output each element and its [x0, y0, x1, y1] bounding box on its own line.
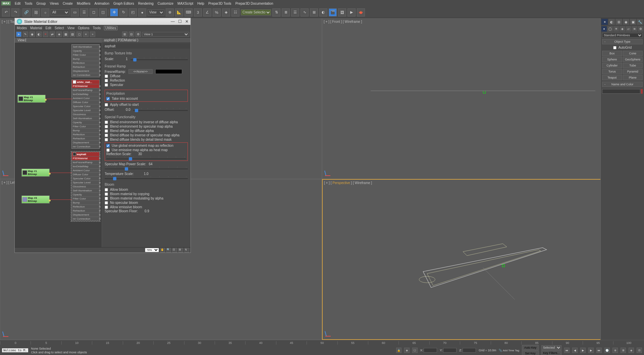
spec-power-slider[interactable] — [105, 169, 188, 169]
keyboard-shortcut-button[interactable]: ⌨ — [184, 8, 193, 16]
create-tab[interactable]: ✦ — [601, 19, 608, 25]
unlink-button[interactable]: ⛓ — [32, 8, 40, 16]
lights-subtab[interactable]: ☀ — [613, 26, 619, 32]
goto-end-button[interactable]: ⏭ — [596, 348, 602, 353]
reflection-scale-slider[interactable] — [106, 159, 186, 159]
ref-coord-button[interactable]: ● — [138, 8, 146, 16]
move-icon[interactable]: ⇄ — [50, 32, 55, 37]
bitmap-node-2[interactable]: Map #1Bitmap — [21, 169, 50, 177]
sphere-button[interactable]: Sphere — [602, 57, 622, 62]
view-tab[interactable]: View1 — [15, 38, 102, 43]
geosphere-button[interactable]: GeoSphere — [623, 57, 643, 62]
curve-editor-button[interactable]: ∿ — [301, 8, 309, 16]
edged-faces-button[interactable]: ☷ — [231, 8, 239, 16]
nav-icon[interactable]: ↯ — [184, 248, 189, 253]
name-color-rollout[interactable]: Name and Color — [602, 82, 643, 87]
teapot-button[interactable]: Teapot — [602, 75, 622, 80]
cylinder-button[interactable]: Cylinder — [602, 63, 622, 68]
material-node[interactable]: Self-Illumination Opacity Filter Color B… — [71, 44, 100, 77]
menu-tools[interactable]: Tools — [24, 2, 32, 5]
menu-p3d-docs[interactable]: Prepar3D Documentation — [235, 2, 273, 5]
grid-icon[interactable]: ▦ — [63, 32, 68, 37]
nav-icon[interactable]: ◈ — [629, 348, 634, 353]
viewport-persp-label[interactable]: [ + ] [ Perspective ] [ Wireframe ] — [324, 181, 372, 185]
viewport-front[interactable]: [ + ] [ Front ] [ Wireframe ] — [322, 18, 644, 179]
key-filters-button[interactable]: Key Filters... — [541, 350, 561, 355]
selection-filter-dropdown[interactable]: All — [51, 9, 69, 15]
menu-group[interactable]: Group — [37, 2, 46, 5]
modify-tab[interactable]: ◐ — [608, 19, 615, 25]
x-input[interactable] — [424, 348, 437, 353]
material-name-field[interactable]: asphalt — [103, 44, 190, 49]
iso-icon[interactable]: ◈ — [404, 348, 410, 353]
slate-menu-options[interactable]: Options — [78, 26, 89, 30]
key-mode-dropdown[interactable]: Selected — [541, 345, 561, 350]
take-account-checkbox[interactable] — [106, 97, 110, 100]
shapes-subtab[interactable]: ◯ — [607, 26, 613, 32]
render-button[interactable]: ▶ — [347, 8, 356, 16]
menu-animation[interactable]: Animation — [94, 2, 109, 5]
blend-env-spec-checkbox[interactable] — [105, 125, 108, 128]
menu-help[interactable]: Help — [197, 2, 204, 5]
material-editor-button[interactable]: ◐ — [319, 8, 327, 16]
motion-tab[interactable]: ◉ — [623, 19, 629, 25]
link-button[interactable]: 🔗 — [22, 8, 31, 16]
nav-icon[interactable]: ⊞ — [178, 248, 183, 253]
delete-icon[interactable]: ✕ — [43, 32, 48, 37]
menu-customize[interactable]: Customize — [158, 2, 173, 5]
named-selection-dropdown[interactable]: Create Selection Se — [241, 9, 271, 15]
torus-button[interactable]: Torus — [602, 69, 622, 74]
manipulate-button[interactable]: 📐 — [175, 8, 183, 16]
script-listener[interactable]: Welcome to M. — [2, 348, 28, 352]
slate-menu-utilities[interactable]: Utilities — [104, 26, 117, 30]
primitive-category-dropdown[interactable]: Standard Primitives — [602, 33, 643, 38]
fresnel-ramp-button[interactable]: <<None>> — [128, 69, 153, 74]
eyedrop-icon[interactable]: ✎ — [23, 32, 28, 37]
display-tab[interactable]: ▣ — [630, 19, 636, 25]
auto-key-button[interactable]: Auto Key — [522, 345, 539, 350]
space-warps-subtab[interactable]: ≋ — [632, 26, 637, 32]
rotate-button[interactable]: ↻ — [119, 8, 127, 16]
select-button[interactable]: ▭ — [71, 8, 79, 16]
cone-button[interactable]: Cone — [623, 51, 643, 56]
rendered-frame-button[interactable]: 🖼 — [338, 8, 346, 16]
minimize-button[interactable]: — — [171, 19, 175, 24]
menu-maxscript[interactable]: MAXScript — [177, 2, 193, 5]
cameras-subtab[interactable]: ◈ — [620, 26, 625, 32]
slate-menu-edit[interactable]: Edit — [46, 26, 51, 30]
teapot-button[interactable]: 🫖 — [357, 8, 365, 16]
specular-checkbox[interactable] — [105, 83, 108, 87]
menu-views[interactable]: Views — [50, 2, 59, 5]
select-name-button[interactable]: ☰ — [80, 8, 88, 16]
slate-menu-select[interactable]: Select — [55, 26, 64, 30]
z-input[interactable] — [463, 348, 476, 353]
object-type-rollout[interactable]: Object Type — [602, 39, 643, 44]
tool-icon[interactable]: ◻ — [76, 32, 82, 37]
use-emissive-heat-checkbox[interactable] — [106, 148, 110, 152]
lock-icon[interactable]: 🔒 — [396, 348, 401, 353]
bitmap-node-1[interactable]: Map #1Bitmap — [17, 95, 46, 103]
apply-offset-checkbox[interactable] — [105, 103, 108, 106]
arrow-tool-icon[interactable]: ➤ — [16, 32, 21, 37]
undo-button[interactable]: ↶ — [2, 8, 10, 16]
snap-toggle-button[interactable]: 3 — [194, 8, 202, 16]
nav-icon[interactable]: ⊡ — [637, 348, 642, 353]
blend-detail-checkbox[interactable] — [105, 138, 108, 141]
menu-graph-editors[interactable]: Graph Editors — [113, 2, 134, 5]
temp-scale-slider[interactable] — [105, 178, 188, 179]
slate-titlebar[interactable]: Slate Material Editor — ☐ ✕ — [15, 18, 191, 25]
blend-env-inv-diff-checkbox[interactable] — [105, 121, 108, 124]
viewport-front-label[interactable]: [ + ] [ Front ] [ Wireframe ] — [324, 20, 362, 24]
hierarchy-tab[interactable]: ⊞ — [615, 19, 622, 25]
time-config-button[interactable]: 🕐 — [604, 348, 610, 353]
tool-icon[interactable]: ◐ — [36, 32, 42, 37]
zoom-ext-icon[interactable]: ⊡ — [172, 248, 177, 253]
systems-subtab[interactable]: ⚙ — [638, 26, 643, 32]
layout-icon[interactable]: ⊞ — [122, 32, 127, 37]
geometry-subtab[interactable]: ● — [601, 26, 607, 32]
allow-emissive-bloom-checkbox[interactable] — [105, 206, 108, 209]
utilities-tab[interactable]: 🔧 — [637, 19, 643, 25]
render-setup-button[interactable]: 🎬 — [329, 8, 337, 16]
helpers-subtab[interactable]: ▱ — [626, 26, 631, 32]
tube-button[interactable]: Tube — [623, 63, 643, 68]
